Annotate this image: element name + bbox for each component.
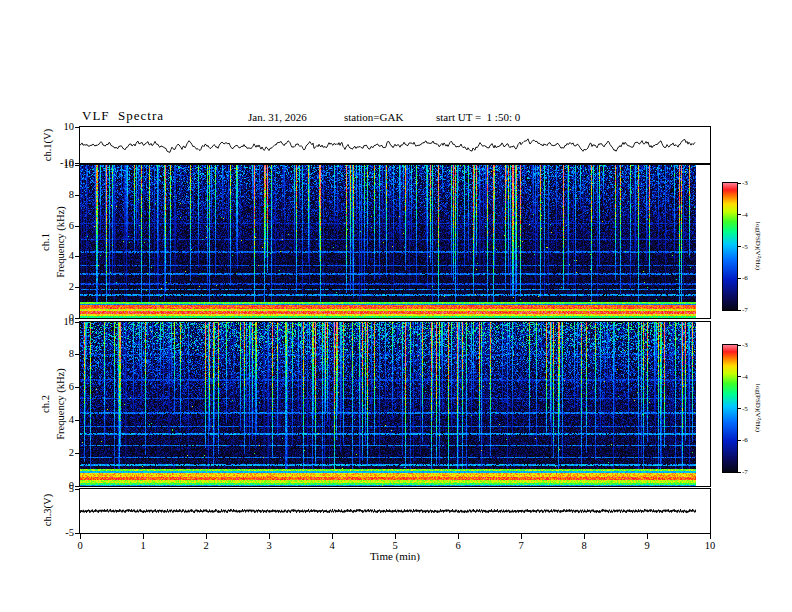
- colorbar-2-canvas: [723, 345, 737, 472]
- ch3-voltage-axis-label: ch.3(V): [42, 494, 53, 526]
- x-axis-tick-label: 0: [77, 540, 82, 551]
- y-axis-tick: [75, 354, 79, 355]
- y-axis-tick: [75, 127, 79, 128]
- y-axis-tick: [75, 486, 79, 487]
- colorbar-tick: [738, 408, 741, 409]
- x-axis-tick-label: 1: [140, 540, 145, 551]
- colorbar-1-label: log(PSD)(V²/Hz): [754, 222, 762, 270]
- colorbar-tick-label: -3: [742, 179, 748, 187]
- x-axis-tick-label: 7: [518, 540, 523, 551]
- header-station: station=GAK: [344, 111, 403, 123]
- x-axis-tick: [710, 534, 711, 539]
- x-axis-label: Time (min): [370, 550, 420, 562]
- y-axis-tick-label: 8: [46, 189, 74, 200]
- header-start-ut: start UT = 1 :50: 0: [436, 111, 520, 123]
- x-axis-tick-label: 9: [644, 540, 649, 551]
- x-axis-tick-label: 6: [455, 540, 460, 551]
- x-axis-tick: [458, 534, 459, 539]
- y-axis-tick-label: 6: [46, 220, 74, 231]
- colorbar-1-canvas: [723, 183, 737, 310]
- y-axis-tick-label: 4: [46, 250, 74, 261]
- y-axis-tick: [75, 226, 79, 227]
- y-axis-tick: [75, 453, 79, 454]
- x-axis-tick: [521, 534, 522, 539]
- header-date: Jan. 31, 2026: [248, 111, 307, 123]
- x-axis-tick: [332, 534, 333, 539]
- colorbar-2-label: log(PSD)(V²/Hz): [754, 384, 762, 432]
- y-axis-tick-label: 5: [46, 483, 74, 494]
- ch1-waveform-canvas: [80, 127, 710, 163]
- ch3-trace-canvas: [80, 489, 710, 533]
- colorbar-tick: [738, 310, 741, 311]
- ch1-frequency-axis-label: Frequency (kHz): [55, 206, 66, 277]
- colorbar-tick: [738, 183, 741, 184]
- ch2-frequency-axis-label: Frequency (kHz): [55, 368, 66, 439]
- x-axis-tick-label: 8: [581, 540, 586, 551]
- y-axis-tick-label: 10: [46, 316, 74, 327]
- y-axis-tick-label: 4: [46, 414, 74, 425]
- colorbar-tick: [738, 440, 741, 441]
- colorbar-tick-label: -5: [742, 405, 748, 413]
- colorbar-tick-label: -4: [742, 373, 748, 381]
- x-axis-tick: [269, 534, 270, 539]
- ch2-channel-label: ch.2: [40, 395, 51, 413]
- colorbar-tick-label: -4: [742, 211, 748, 219]
- y-axis-tick: [75, 533, 79, 534]
- x-axis-tick: [206, 534, 207, 539]
- x-axis-tick-label: 3: [266, 540, 271, 551]
- x-axis-tick-label: 2: [203, 540, 208, 551]
- y-axis-tick: [75, 256, 79, 257]
- x-axis-tick-label: 10: [705, 540, 716, 551]
- colorbar-tick-label: -5: [742, 243, 748, 251]
- x-axis-tick: [584, 534, 585, 539]
- y-axis-tick: [75, 163, 79, 164]
- colorbar-tick: [738, 246, 741, 247]
- y-axis-tick-label: 2: [46, 281, 74, 292]
- ch2-spectrogram-panel: [79, 321, 711, 487]
- ch2-spectrogram-canvas: [80, 322, 710, 486]
- vlf-spectra-figure: VLF Spectra Jan. 31, 2026 station=GAK st…: [0, 0, 792, 612]
- x-axis-tick: [143, 534, 144, 539]
- y-axis-tick: [75, 322, 79, 323]
- y-axis-tick-label: 8: [46, 348, 74, 359]
- figure-title: VLF Spectra: [82, 108, 164, 124]
- y-axis-tick-label: 10: [46, 159, 74, 170]
- y-axis-tick: [75, 165, 79, 166]
- colorbar-tick-label: -6: [742, 436, 748, 444]
- colorbar-tick: [738, 472, 741, 473]
- y-axis-tick: [75, 195, 79, 196]
- ch3-trace-panel: [79, 488, 711, 534]
- x-axis-tick-label: 4: [329, 540, 334, 551]
- colorbar-2: [722, 344, 738, 473]
- y-axis-tick: [75, 420, 79, 421]
- colorbar-tick: [738, 345, 741, 346]
- colorbar-tick-label: -6: [742, 274, 748, 282]
- y-axis-tick-label: 10: [46, 121, 74, 132]
- ch1-spectrogram-panel: [79, 164, 711, 319]
- y-axis-tick: [75, 489, 79, 490]
- colorbar-1: [722, 182, 738, 311]
- x-axis-tick: [647, 534, 648, 539]
- ch1-channel-label: ch.1: [40, 233, 51, 251]
- colorbar-tick-label: -7: [742, 468, 748, 476]
- colorbar-tick-label: -7: [742, 306, 748, 314]
- colorbar-tick-label: -3: [742, 341, 748, 349]
- y-axis-tick-label: 2: [46, 447, 74, 458]
- colorbar-tick: [738, 376, 741, 377]
- x-axis-tick: [80, 534, 81, 539]
- colorbar-tick: [738, 278, 741, 279]
- x-axis-tick: [395, 534, 396, 539]
- y-axis-tick: [75, 287, 79, 288]
- ch1-spectrogram-canvas: [80, 165, 710, 318]
- y-axis-tick: [75, 387, 79, 388]
- y-axis-tick-label: -5: [46, 527, 74, 538]
- y-axis-tick-label: 6: [46, 381, 74, 392]
- ch1-waveform-panel: [79, 126, 711, 164]
- x-axis-tick-label: 5: [392, 540, 397, 551]
- colorbar-tick: [738, 214, 741, 215]
- y-axis-tick: [75, 318, 79, 319]
